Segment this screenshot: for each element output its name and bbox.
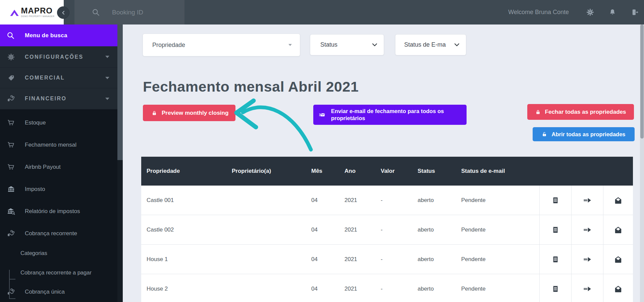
sidebar-section-comercial[interactable]: COMERCIAL (0, 68, 117, 88)
sidebar-item-categorias[interactable]: Categorias (0, 245, 117, 261)
chevron-down-icon (105, 56, 109, 58)
sidebar-section-financeiro[interactable]: FINANCEIRO (0, 88, 117, 109)
open-mail-icon (614, 285, 623, 293)
receipt-icon (551, 196, 560, 205)
settings-gear-icon[interactable] (586, 8, 594, 16)
cell-month: 04 (306, 286, 339, 292)
email-action-button[interactable] (603, 274, 633, 302)
table-row: Castle 001 04 2021 - aberto Pendente (141, 186, 633, 215)
button-label: Preview monthly closing (162, 110, 228, 116)
main-content: Propriedade Status Status de E-ma Fecham… (123, 24, 644, 302)
cell-status: aberto (412, 197, 456, 204)
tag-icon (7, 74, 15, 82)
email-action-button[interactable] (603, 186, 633, 215)
button-label: Fechar todas as propriedades (545, 109, 626, 115)
unlock-icon (542, 131, 547, 137)
email-status-filter-select[interactable]: Status de E-ma (395, 34, 466, 55)
forward-action-button[interactable] (571, 245, 603, 274)
sidebar-item-fechamento-mensal[interactable]: Fechamento mensal (0, 134, 117, 156)
cell-email-status: Pendente (456, 256, 539, 263)
sidebar-item-label: Airbnb Payout (25, 164, 61, 170)
sidebar-item-cobranca-unica[interactable]: Cobrança única (0, 282, 117, 302)
page-scrollbar-thumb[interactable] (640, 24, 644, 139)
sidebar-scrollbar-thumb[interactable] (117, 24, 123, 160)
send-closing-email-button[interactable]: Enviar e-mail de fechamento para todos o… (313, 105, 467, 125)
notifications-bell-icon[interactable] (609, 8, 616, 16)
logo-tagline: DEMO PROPERTY MANAGER (21, 15, 55, 18)
cell-month: 04 (306, 256, 339, 263)
sidebar-scrollbar[interactable] (117, 24, 123, 302)
booking-search-input[interactable] (112, 9, 179, 16)
chevron-down-icon (105, 77, 109, 79)
page-title: Fechamento mensal Abril 2021 (143, 79, 359, 95)
sidebar-section-label: CONFIGURAÇÕES (25, 54, 96, 60)
col-header-proprietario: Proprietário(a) (226, 168, 306, 174)
property-filter-dropdown[interactable]: Propriedade (143, 34, 300, 56)
sidebar-item-label: Cobrança recorrente a pagar (20, 269, 92, 276)
welcome-text: Welcome Bruna Conte (508, 9, 569, 16)
col-header-propriedade: Propriedade (141, 168, 226, 174)
bank-icon (7, 185, 15, 193)
receipt-action-button[interactable] (539, 186, 571, 215)
sidebar-section-label: FINANCEIRO (25, 96, 96, 102)
sidebar-item-label: Imposto (25, 186, 45, 193)
cell-year: 2021 (339, 286, 375, 292)
booking-search (74, 0, 184, 24)
preview-monthly-closing-button[interactable]: Preview monthly closing (143, 105, 235, 121)
cell-property: Castle 001 (141, 197, 226, 204)
sidebar-item-label: Menu de busca (25, 32, 67, 39)
page-scrollbar[interactable] (640, 24, 644, 302)
forward-action-button[interactable] (571, 274, 603, 302)
sidebar-item-label: Categorias (20, 250, 47, 256)
table-row: Castle 002 04 2021 - aberto Pendente (141, 215, 633, 245)
email-action-button[interactable] (603, 215, 633, 244)
property-filter-value: Propriedade (152, 42, 288, 49)
sidebar-item-menu-de-busca[interactable]: Menu de busca (0, 24, 117, 46)
sidebar-item-airbnb-payout[interactable]: Airbnb Payout (0, 156, 117, 178)
table-header-row: Propriedade Proprietário(a) Mês Ano Valo… (141, 157, 633, 186)
sidebar-item-estoque[interactable]: Estoque (0, 112, 117, 134)
sidebar-section-configuracoes[interactable]: CONFIGURAÇÕES (0, 46, 117, 68)
receipt-action-button[interactable] (539, 274, 571, 302)
forward-icon (583, 255, 592, 264)
sidebar-item-label: Estoque (25, 119, 46, 126)
forward-action-button[interactable] (571, 215, 603, 244)
sidebar-section-label: COMERCIAL (25, 75, 96, 81)
table-row: House 2 04 2021 - aberto Pendente (141, 274, 633, 302)
status-filter-value: Status (320, 41, 372, 48)
logo-mountain-icon (9, 8, 19, 16)
cart-icon (7, 141, 15, 149)
logout-icon[interactable] (631, 8, 639, 16)
receipt-action-button[interactable] (539, 245, 571, 274)
cell-month: 04 (306, 226, 339, 233)
sidebar-collapse-button[interactable] (57, 6, 69, 19)
table-row: House 1 04 2021 - aberto Pendente (141, 245, 633, 274)
receipt-action-button[interactable] (539, 215, 571, 244)
cell-status: aberto (412, 286, 456, 292)
open-all-properties-button[interactable]: Abrir todas as propriedades (533, 127, 635, 141)
sidebar-item-label: Relatório de impostos (25, 208, 80, 215)
hand-coins-icon (7, 95, 15, 103)
sidebar-item-label: Fechamento mensal (25, 142, 76, 148)
button-label: Abrir todas as propriedades (551, 131, 625, 138)
forward-action-button[interactable] (571, 186, 603, 215)
sidebar-item-relatorio-de-impostos[interactable]: Relatório de impostos (0, 200, 117, 222)
sidebar-item-imposto[interactable]: Imposto (0, 178, 117, 200)
cell-value: - (375, 197, 412, 204)
sidebar-item-cobranca-recorrente[interactable]: Cobrança recorrente (0, 222, 117, 245)
forward-icon (583, 225, 592, 234)
search-icon (92, 8, 100, 16)
close-all-properties-button[interactable]: Fechar todas as propriedades (527, 104, 634, 120)
status-filter-select[interactable]: Status (310, 34, 384, 55)
receipt-icon (551, 225, 560, 234)
forward-icon (583, 196, 592, 205)
sidebar-item-cobranca-recorrente-a-pagar[interactable]: Cobrança recorrente a pagar (0, 261, 111, 282)
email-action-button[interactable] (603, 245, 633, 274)
cell-value: - (375, 226, 412, 233)
cell-property: House 1 (141, 256, 226, 263)
app-window: MAPRO DEMO PROPERTY MANAGER Welcome Brun… (0, 0, 644, 302)
cell-property: House 2 (141, 286, 226, 292)
col-header-ano: Ano (339, 168, 375, 174)
receipt-icon (551, 255, 560, 264)
cell-property: Castle 002 (141, 226, 226, 233)
